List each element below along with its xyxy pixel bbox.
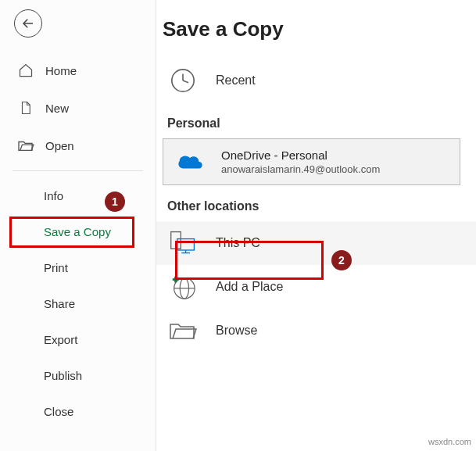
annotation-badge-1: 1 [105,191,125,212]
nav-sub-label: Publish [44,369,82,382]
clock-icon [167,65,199,96]
page-title: Save a Copy [163,17,476,41]
section-other-locations: Other locations [167,199,476,213]
location-onedrive[interactable]: OneDrive - Personal anowaraislamarin.49@… [163,138,460,185]
back-button[interactable] [14,9,42,38]
nav-label: Open [45,139,74,152]
onedrive-text: OneDrive - Personal anowaraislamarin.49@… [221,149,380,175]
sidebar: Home New Open Info Save a Copy Print Sha… [0,0,156,451]
nav-home[interactable]: Home [0,52,156,89]
svg-rect-4 [171,232,181,249]
nav-new[interactable]: New [0,89,156,127]
main-panel: Save a Copy Recent Personal OneDrive - P… [156,0,476,451]
location-this-pc[interactable]: This PC [156,221,476,265]
nav-print[interactable]: Print [0,249,156,285]
add-place-icon [167,271,199,302]
location-browse[interactable]: Browse [156,309,476,353]
folder-icon [167,315,199,346]
nav-export[interactable]: Export [0,321,156,357]
nav-label: Home [45,64,77,77]
home-icon [17,63,34,78]
folder-open-icon [17,138,34,152]
nav-sub-label: Share [44,297,75,310]
location-recent[interactable]: Recent [156,59,476,102]
location-label: Browse [216,324,257,338]
location-label: This PC [216,236,260,250]
nav-info[interactable]: Info [0,177,156,213]
watermark: wsxdn.com [428,437,471,446]
arrow-left-icon [21,16,35,30]
location-label: Recent [216,73,256,88]
nav-sub-label: Info [44,189,63,202]
nav-publish[interactable]: Publish [0,357,156,393]
nav-sub-label: Close [44,405,73,418]
onedrive-title: OneDrive - Personal [221,149,380,162]
nav-close[interactable]: Close [0,393,156,429]
nav-label: New [45,102,69,115]
nav-sub-label: Save a Copy [44,225,111,238]
location-label: Add a Place [216,280,283,294]
this-pc-icon [167,227,199,259]
nav-sub-label: Print [44,261,68,274]
cloud-icon [174,150,206,174]
nav-sub-label: Export [44,333,77,346]
onedrive-subtitle: anowaraislamarin.49@outlook.com [221,163,380,175]
document-icon [17,100,34,116]
location-add-place[interactable]: Add a Place [156,265,476,309]
annotation-badge-2: 2 [331,250,352,270]
nav-open[interactable]: Open [0,127,156,164]
svg-line-3 [183,81,188,83]
section-personal: Personal [167,116,476,131]
divider [13,170,143,171]
nav-share[interactable]: Share [0,285,156,321]
nav-save-a-copy[interactable]: Save a Copy [0,213,156,249]
